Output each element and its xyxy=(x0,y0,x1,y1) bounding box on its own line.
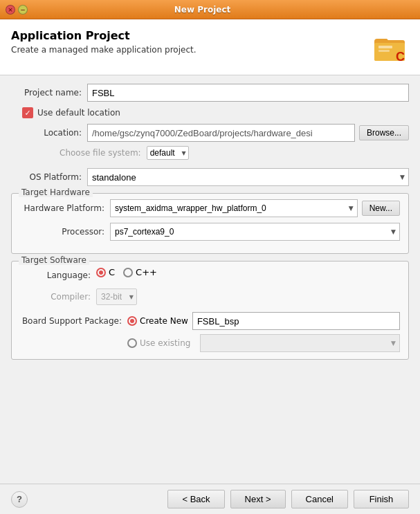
language-c-label: C xyxy=(109,267,115,277)
target-software-section: Target Software Language: C C++ Com xyxy=(11,261,409,360)
language-cpp-radio[interactable] xyxy=(123,268,133,277)
target-hardware-section: Target Hardware Hardware Platform: syste… xyxy=(11,193,409,254)
compiler-row: Compiler: 32-bit xyxy=(20,288,400,305)
cancel-button[interactable]: Cancel xyxy=(291,490,348,508)
folder-icon: C xyxy=(373,29,409,65)
use-existing-radio-option[interactable]: Use existing xyxy=(127,338,190,348)
target-hardware-label: Target Hardware xyxy=(19,187,93,197)
dialog: Application Project Create a managed mak… xyxy=(0,19,420,514)
language-c-option[interactable]: C xyxy=(96,267,115,277)
svg-rect-3 xyxy=(378,46,392,48)
os-platform-select-wrap: standalone xyxy=(87,168,409,186)
hardware-platform-select[interactable]: system_axidma_wrapper_hw_platform_0 xyxy=(110,199,358,217)
checkmark-icon: ✓ xyxy=(24,109,30,118)
use-default-location-checkbox[interactable]: ✓ xyxy=(22,107,33,118)
dialog-content: Project name: ✓ Use default location Loc… xyxy=(0,75,420,484)
compiler-select[interactable]: 32-bit xyxy=(96,288,137,305)
language-radio-group: C C++ xyxy=(96,267,157,277)
language-label: Language: xyxy=(20,270,96,280)
back-button[interactable]: < Back xyxy=(167,490,224,508)
hardware-platform-row: Hardware Platform: system_axidma_wrapper… xyxy=(20,199,400,217)
os-platform-select[interactable]: standalone xyxy=(87,168,409,186)
os-platform-row: OS Platform: standalone xyxy=(11,168,409,186)
create-new-radio-option[interactable]: Create New xyxy=(127,316,188,326)
processor-select-wrap: ps7_cortexa9_0 xyxy=(110,223,400,241)
compiler-select-wrap: 32-bit xyxy=(96,288,137,305)
target-software-label: Target Software xyxy=(19,255,89,265)
language-row: Language: C C++ xyxy=(20,267,400,283)
header-subtitle: Create a managed make application projec… xyxy=(11,45,197,55)
hardware-platform-label: Hardware Platform: xyxy=(20,203,110,213)
create-new-label: Create New xyxy=(140,316,188,326)
help-button[interactable]: ? xyxy=(11,491,28,508)
svg-rect-4 xyxy=(378,50,390,52)
compiler-label: Compiler: xyxy=(20,292,96,302)
processor-label: Processor: xyxy=(20,227,110,237)
bsp-row: Board Support Package: Create New xyxy=(20,312,400,330)
location-label: Location: xyxy=(11,128,87,138)
dialog-header: Application Project Create a managed mak… xyxy=(0,19,420,75)
new-button[interactable]: New... xyxy=(362,201,400,216)
location-input[interactable] xyxy=(87,124,355,142)
dialog-footer: ? < Back Next > Cancel Finish xyxy=(0,484,420,514)
project-name-row: Project name: xyxy=(11,84,409,102)
bsp-name-input[interactable] xyxy=(192,312,400,330)
filesystem-select-wrap: default xyxy=(147,146,189,160)
titlebar: × − New Project xyxy=(0,0,420,19)
existing-bsp-select-wrap xyxy=(200,334,400,352)
processor-select[interactable]: ps7_cortexa9_0 xyxy=(110,223,400,241)
use-existing-row: Use existing xyxy=(20,334,400,352)
use-existing-label: Use existing xyxy=(140,338,190,348)
next-button[interactable]: Next > xyxy=(230,490,286,508)
titlebar-title: New Project xyxy=(0,5,414,15)
filesystem-row: Choose file system: default xyxy=(11,146,409,160)
use-default-location-row: ✓ Use default location xyxy=(11,107,409,118)
create-new-radio[interactable] xyxy=(127,316,137,326)
existing-bsp-select[interactable] xyxy=(200,334,400,352)
finish-button[interactable]: Finish xyxy=(354,490,409,508)
location-row: Location: Browse... xyxy=(11,124,409,142)
project-name-label: Project name: xyxy=(11,88,87,98)
footer-left: ? xyxy=(11,491,28,508)
use-default-location-label: Use default location xyxy=(37,108,120,118)
os-platform-label: OS Platform: xyxy=(11,172,87,182)
filesystem-label: Choose file system: xyxy=(60,148,141,158)
processor-row: Processor: ps7_cortexa9_0 xyxy=(20,223,400,241)
use-existing-radio[interactable] xyxy=(127,338,137,348)
language-cpp-option[interactable]: C++ xyxy=(123,267,157,277)
header-text: Application Project Create a managed mak… xyxy=(11,29,197,55)
header-title: Application Project xyxy=(11,29,197,42)
footer-buttons: < Back Next > Cancel Finish xyxy=(167,490,409,508)
bsp-label: Board Support Package: xyxy=(20,316,127,326)
browse-button[interactable]: Browse... xyxy=(359,125,409,140)
project-name-input[interactable] xyxy=(87,84,409,102)
svg-text:C: C xyxy=(396,50,405,64)
language-cpp-label: C++ xyxy=(136,267,157,277)
language-c-radio[interactable] xyxy=(96,268,106,277)
filesystem-select[interactable]: default xyxy=(147,146,189,160)
hardware-platform-select-wrap: system_axidma_wrapper_hw_platform_0 xyxy=(110,199,358,217)
